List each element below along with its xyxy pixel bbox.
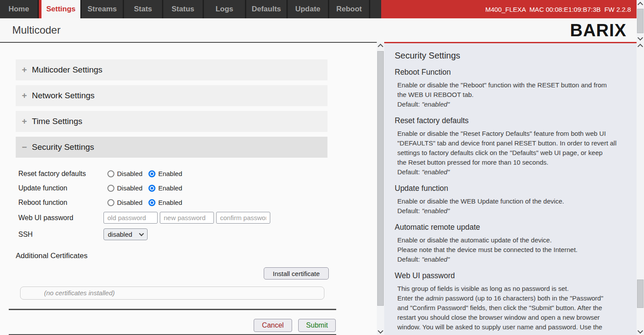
tab-status[interactable]: Status	[163, 0, 204, 18]
main-content: Web UI password SSH disabled Additional …	[0, 42, 377, 335]
main-scrollbar[interactable]	[377, 42, 384, 335]
accordion-state-icon: +	[22, 117, 28, 127]
tab-update[interactable]: Update	[288, 0, 329, 18]
help-text-line: Enable or disable the automatic update o…	[395, 235, 628, 245]
certificates-empty-box: (no certificates installed)	[20, 287, 324, 300]
accordion-network-settings[interactable]: +Network Settings	[16, 85, 327, 106]
radio-option-disabled[interactable]: Disabled	[107, 170, 142, 177]
radio-icon[interactable]	[148, 185, 155, 192]
radio-label: Disabled	[117, 170, 142, 177]
scroll-up-icon[interactable]	[377, 42, 384, 49]
help-text-line: Enable or disable the "Reboot" function …	[395, 80, 628, 90]
help-sections: Reboot FunctionEnable or disable the "Re…	[395, 68, 628, 332]
help-text-line: the WEB UI REBOOT tab.	[395, 90, 628, 100]
help-text-line: Default: "enabled"	[395, 100, 628, 109]
radio-option-enabled[interactable]: Enabled	[148, 184, 182, 192]
radio-label: Disabled	[117, 184, 142, 192]
accordion-label: Security Settings	[32, 142, 94, 152]
new-password-field[interactable]	[160, 212, 214, 224]
help-text-line: settings to factory defaults click on th…	[395, 148, 628, 158]
top-frame-scrollbar[interactable]	[637, 0, 644, 42]
radio-icon[interactable]	[107, 170, 114, 177]
radio-group: DisabledEnabled	[107, 184, 188, 192]
help-section-heading: Reboot Function	[395, 68, 628, 77]
radio-option-disabled[interactable]: Disabled	[107, 199, 142, 206]
nav-bar: HomeSettingsStreamsStatsStatusLogsDefaul…	[0, 0, 637, 18]
web-ui-password-label: Web UI password	[18, 214, 73, 222]
ssh-row: SSH disabled	[0, 228, 377, 240]
accordion-label: Network Settings	[32, 91, 95, 100]
radio-label: Disabled	[117, 199, 142, 206]
scrollbar-thumb[interactable]	[377, 51, 384, 306]
scroll-down-icon[interactable]	[377, 328, 384, 335]
tab-settings[interactable]: Settings	[39, 0, 82, 18]
update-function-row: Update functionDisabledEnabled	[0, 182, 377, 194]
cancel-button[interactable]: Cancel	[254, 319, 292, 332]
accordion-label: Multicoder Settings	[32, 65, 103, 75]
accordion-state-icon: +	[22, 91, 28, 101]
tab-reboot[interactable]: Reboot	[329, 0, 370, 18]
help-section-heading: Update function	[395, 184, 628, 193]
scroll-up-icon[interactable]	[637, 0, 644, 7]
field-label: Reboot function	[18, 199, 67, 207]
help-title: Security Settings	[395, 51, 628, 61]
tab-stats[interactable]: Stats	[124, 0, 163, 18]
submit-button[interactable]: Submit	[298, 319, 336, 332]
help-text-line: Default: "enabled"	[395, 255, 628, 264]
help-panel: Security Settings Reboot FunctionEnable …	[384, 42, 637, 335]
tab-streams[interactable]: Streams	[82, 0, 124, 18]
confirm-password-field[interactable]	[216, 212, 270, 224]
radio-option-enabled[interactable]: Enabled	[148, 170, 182, 177]
help-text-line: and "Confirm Password" fields, then clic…	[395, 303, 628, 313]
page-title: Multicoder	[12, 24, 61, 36]
accordion-state-icon: +	[22, 65, 28, 75]
ssh-select-value: disabled	[108, 231, 132, 238]
help-text-line: Default: "enabled"	[395, 167, 628, 177]
web-ui-password-row: Web UI password	[0, 212, 377, 224]
help-section-heading: Automatic remote update	[395, 223, 628, 232]
scrollbar-thumb[interactable]	[637, 9, 644, 33]
accordion-security-settings[interactable]: −Security Settings	[16, 137, 327, 158]
accordion-time-settings[interactable]: +Time Settings	[16, 111, 327, 132]
nav-tabs: HomeSettingsStreamsStatsStatusLogsDefaul…	[0, 0, 370, 18]
radio-label: Enabled	[158, 199, 182, 206]
old-password-field[interactable]	[103, 212, 158, 224]
ssh-select[interactable]: disabled	[103, 228, 148, 240]
device-info: M400_FLEXA MAC 00:08:E1:09:B7:3B FW 2.2.…	[485, 6, 631, 13]
radio-label: Enabled	[158, 170, 182, 177]
tab-logs[interactable]: Logs	[204, 0, 246, 18]
scroll-down-icon[interactable]	[637, 328, 644, 335]
device-info-bar: M400_FLEXA MAC 00:08:E1:09:B7:3B FW 2.2.…	[370, 0, 637, 18]
field-label: Reset factory defaults	[18, 170, 86, 178]
radio-icon[interactable]	[107, 199, 114, 206]
barix-logo: BARIX	[570, 21, 627, 40]
help-section-heading: Reset factory defaults	[395, 116, 628, 125]
password-fields	[103, 212, 270, 224]
page-header: Multicoder BARIX	[0, 18, 637, 42]
install-certificate-button[interactable]: Install certificate	[264, 267, 329, 280]
accordion-label: Time Settings	[32, 117, 82, 126]
scroll-up-icon[interactable]	[637, 42, 644, 49]
help-text-line: Default: "enabled"	[395, 206, 628, 216]
radio-icon[interactable]	[107, 185, 114, 192]
radio-group: DisabledEnabled	[107, 199, 188, 206]
reboot-function-row: Reboot functionDisabledEnabled	[0, 197, 377, 208]
radio-label: Enabled	[158, 184, 182, 192]
ssh-label: SSH	[18, 231, 33, 238]
accordion-state-icon: −	[22, 142, 28, 152]
help-text-line: restart you should close the browser win…	[395, 313, 628, 322]
radio-icon[interactable]	[148, 199, 155, 206]
tab-defaults[interactable]: Defaults	[246, 0, 288, 18]
scroll-down-icon[interactable]	[637, 35, 644, 42]
accordion-multicoder-settings[interactable]: +Multicoder Settings	[16, 59, 327, 80]
help-text-line: Enable or disable the "Reset Factory Def…	[395, 129, 628, 138]
radio-option-enabled[interactable]: Enabled	[148, 199, 182, 206]
help-scrollbar[interactable]	[637, 42, 644, 335]
radio-icon[interactable]	[148, 170, 155, 177]
radio-option-disabled[interactable]: Disabled	[107, 184, 142, 192]
help-text-line: "DEFAULTS" tab and device front panel RE…	[395, 138, 628, 148]
top-frame: HomeSettingsStreamsStatsStatusLogsDefaul…	[0, 0, 637, 42]
certificates-heading: Additional Certificates	[16, 252, 87, 260]
scrollbar-thumb[interactable]	[637, 280, 644, 308]
tab-home[interactable]: Home	[0, 0, 39, 18]
